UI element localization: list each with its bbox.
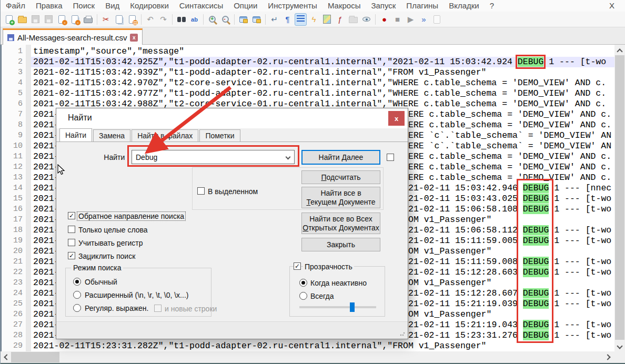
horizontal-scrollbar[interactable] (1, 351, 615, 363)
transparency-checkbox[interactable] (294, 262, 301, 270)
word-wrap-icon[interactable]: ↵ (268, 13, 280, 26)
in-selection-checkbox[interactable] (197, 187, 205, 195)
indent-guide-icon[interactable] (295, 13, 307, 26)
find-dialog-tabs: НайтиЗаменаНайти в файлахПометки (59, 128, 241, 142)
line-number: 19 (1, 236, 23, 246)
transparency-inactive-radio[interactable] (299, 279, 307, 287)
line-number: 4 (1, 78, 23, 88)
menu-item-поиск[interactable]: Поиск (68, 0, 100, 12)
close-all-icon[interactable]: - (69, 13, 81, 26)
transparency-always-radio[interactable] (299, 292, 307, 300)
close-button[interactable]: Закрыть (301, 238, 380, 251)
menu-item-инструменты[interactable]: Инструменты (263, 0, 322, 12)
sync-vertical-icon[interactable] (237, 13, 249, 26)
direction-checkbox[interactable] (387, 154, 394, 161)
play-macro-icon[interactable]: ▶ (405, 13, 417, 26)
folder-workspace-icon[interactable] (347, 13, 359, 26)
menu-item-вид[interactable]: Вид (100, 0, 125, 12)
debug-token-highlight: DEBUG (523, 257, 549, 267)
find-dialog-tab-пометки[interactable]: Пометки (199, 129, 240, 142)
count-button[interactable]: Подсчитать (301, 170, 380, 184)
find-what-combobox[interactable]: Debug (132, 150, 295, 164)
sync-horizontal-icon[interactable] (250, 13, 263, 26)
editor-line[interactable]: 32021-02-11T15:03:42.939Z","t1-podd-adap… (1, 67, 615, 78)
transparency-label: Прозрачность (303, 262, 354, 271)
tab-close-icon[interactable]: x (130, 34, 138, 42)
eye-monitor-icon[interactable] (360, 13, 372, 26)
line-number: 2 (1, 57, 23, 67)
mode-extended-radio[interactable] (73, 291, 81, 299)
cut-scissors-icon[interactable]: ✂ (100, 13, 112, 26)
editor-line[interactable]: 292021-02-11T15:23:31.282Z","t1-podd-ada… (1, 341, 615, 351)
window-close-button[interactable]: X (606, 0, 618, 12)
editor-line[interactable]: 22021-02-11T15:03:42.925Z","t1-podd-adap… (1, 57, 615, 67)
menu-item-макросы[interactable]: Макросы (322, 0, 366, 12)
function-list-icon[interactable]: ƒ (334, 13, 346, 26)
find-dialog-tab-найти[interactable]: Найти (59, 128, 92, 142)
paste-clipboard-icon[interactable]: ▤ (126, 13, 138, 26)
scroll-right-icon[interactable] (603, 351, 614, 363)
print-icon[interactable] (82, 13, 94, 26)
redo-arrow-icon[interactable]: ↷ (157, 13, 169, 26)
mode-normal-radio[interactable] (73, 278, 81, 286)
save-macro-icon[interactable] (431, 13, 443, 26)
line-number: 10 (1, 141, 23, 151)
menu-item-плагины[interactable]: Плагины (401, 0, 443, 12)
document-map-icon[interactable] (321, 13, 333, 26)
zoom-out-icon[interactable]: - (219, 13, 231, 26)
toolbar-separator (97, 14, 97, 25)
run-macro-multiple-icon[interactable]: » (418, 13, 430, 26)
menu-item-опции[interactable]: Опции (228, 0, 263, 12)
horizontal-scroll-thumb[interactable] (11, 352, 59, 362)
open-folder-icon[interactable] (16, 13, 28, 26)
show-all-characters-icon[interactable]: ¶ (281, 13, 294, 26)
menu-item-правка[interactable]: Правка (31, 0, 68, 12)
scroll-up-icon[interactable] (614, 45, 625, 55)
whole-word-label: Только целые слова (78, 226, 148, 234)
vertical-scroll-thumb[interactable] (615, 55, 624, 340)
scroll-down-icon[interactable] (614, 341, 625, 351)
backward-checkbox[interactable] (68, 212, 75, 219)
menu-item-файл[interactable]: Файл (1, 0, 31, 12)
file-tab[interactable]: All-Messages-search-result.csv x (3, 28, 143, 45)
zoom-in-icon[interactable]: + (206, 13, 218, 26)
replace-ab-icon[interactable]: ab (188, 13, 200, 26)
record-macro-icon[interactable]: ● (378, 13, 390, 26)
find-next-button[interactable]: Найти Далее (301, 150, 380, 165)
chevron-down-icon[interactable] (286, 155, 291, 160)
undo-arrow-icon[interactable]: ↶ (144, 13, 156, 26)
vertical-scrollbar[interactable] (614, 45, 625, 351)
mode-regex-radio[interactable] (73, 304, 81, 312)
menu-item-вкладки[interactable]: Вкладки (443, 0, 485, 12)
transparency-slider-handle[interactable] (350, 302, 355, 312)
lightning-icon[interactable]: ϟ (308, 13, 320, 26)
match-case-checkbox[interactable] (68, 239, 75, 246)
find-dialog-titlebar[interactable]: Найти (56, 108, 408, 128)
copy-icon[interactable] (113, 13, 125, 26)
resize-grip-icon[interactable] (400, 331, 405, 336)
menu-item-кодировки[interactable]: Кодировки (125, 0, 174, 12)
save-icon[interactable] (29, 13, 42, 26)
scroll-left-icon[interactable] (1, 351, 11, 363)
find-what-value: Debug (136, 153, 157, 161)
menu-item-?[interactable]: ? (485, 0, 499, 12)
stop-macro-icon[interactable]: ■ (391, 13, 404, 26)
editor-line[interactable]: 1timestamp","source","message" (1, 46, 615, 57)
editor-line[interactable]: 52021-02-11T15:03:42.977Z","t1-podd-adap… (1, 88, 615, 99)
new-file-icon[interactable]: + (3, 13, 15, 26)
line-number: 11 (1, 151, 23, 162)
close-file-icon[interactable]: - (56, 13, 68, 26)
find-dialog-tab-найти-в-файлах[interactable]: Найти в файлах (132, 129, 198, 142)
editor-line[interactable]: 42021-02-11T15:03:42.970Z","t2-core-serv… (1, 78, 615, 88)
find-all-open-button[interactable]: Найти все во ВсехОткрытых Документах (301, 213, 380, 234)
find-dialog-tab-замена[interactable]: Замена (93, 129, 130, 142)
transparency-slider[interactable] (299, 306, 376, 308)
menu-item-синтаксисы[interactable]: Синтаксисы (174, 0, 228, 12)
find-all-current-button[interactable]: Найти все вТекущем Документе (301, 187, 380, 208)
find-binoculars-icon[interactable] (175, 13, 187, 26)
menu-item-запуск[interactable]: Запуск (366, 0, 401, 12)
save-all-icon[interactable] (43, 13, 55, 26)
find-dialog-close-icon[interactable]: x (388, 111, 405, 126)
whole-word-checkbox[interactable] (68, 226, 75, 233)
wrap-around-checkbox[interactable] (68, 252, 75, 259)
